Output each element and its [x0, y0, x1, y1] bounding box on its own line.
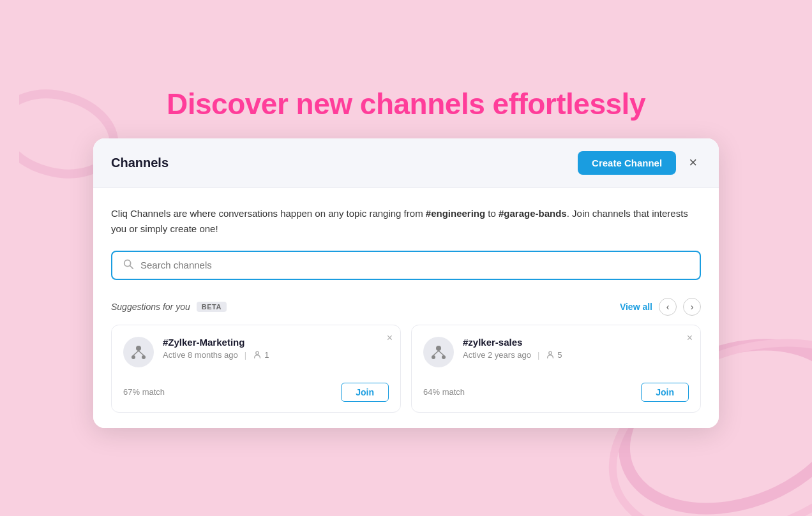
- modal-title: Channels: [111, 156, 169, 170]
- modal-header: Channels Create Channel ×: [93, 138, 719, 188]
- header-actions: Create Channel ×: [578, 151, 701, 175]
- member-info-0: 1: [253, 350, 269, 360]
- channel-meta-0: Active 8 months ago | 1: [163, 350, 389, 360]
- suggestions-label: Suggestions for you: [111, 302, 190, 312]
- match-text-1: 64% match: [423, 387, 465, 397]
- card-close-button-0[interactable]: ×: [387, 333, 393, 343]
- channel-avatar-0: [123, 337, 154, 367]
- beta-badge: BETA: [197, 302, 227, 312]
- suggestions-header: Suggestions for you BETA View all ‹ ›: [111, 298, 701, 316]
- member-count-0: 1: [264, 350, 269, 360]
- channel-meta-1: Active 2 years ago | 5: [463, 350, 689, 360]
- svg-line-14: [433, 351, 439, 355]
- channels-modal: Channels Create Channel × Cliq Channels …: [93, 138, 719, 428]
- suggestions-left: Suggestions for you BETA: [111, 302, 227, 312]
- close-button[interactable]: ×: [685, 154, 701, 171]
- svg-point-11: [436, 346, 441, 351]
- prev-button[interactable]: ‹: [659, 298, 677, 316]
- channel-info-0: #Zylker-Marketing Active 8 months ago |: [163, 337, 389, 360]
- svg-point-10: [256, 351, 259, 354]
- description-text: Cliq Channels are where conversations ha…: [111, 206, 701, 237]
- match-text-0: 67% match: [123, 387, 165, 397]
- channel-avatar-1: [423, 337, 454, 367]
- desc-bold1: #engineering: [426, 208, 485, 219]
- member-info-1: 5: [546, 350, 562, 360]
- svg-point-13: [442, 355, 446, 359]
- svg-line-15: [439, 351, 444, 355]
- page-wrapper: Discover new channels effortlessly Chann…: [0, 88, 812, 428]
- card-top-1: #zylker-sales Active 2 years ago | 5: [423, 337, 689, 367]
- desc-bold2: #garage-bands: [499, 208, 567, 219]
- channel-info-1: #zylker-sales Active 2 years ago | 5: [463, 337, 689, 360]
- next-button[interactable]: ›: [683, 298, 701, 316]
- svg-line-8: [133, 351, 139, 355]
- channel-card-0: × #Zylker-Marketing: [111, 325, 401, 413]
- channel-name-0: #Zylker-Marketing: [163, 337, 389, 348]
- desc-part1: Cliq Channels are where conversations ha…: [111, 208, 426, 219]
- view-all-link[interactable]: View all: [620, 302, 652, 312]
- meta-divider-0: |: [244, 350, 246, 360]
- svg-point-5: [136, 346, 141, 351]
- channel-active-0: Active 8 months ago: [163, 350, 238, 360]
- svg-point-6: [132, 355, 135, 359]
- svg-point-16: [549, 351, 552, 354]
- channel-active-1: Active 2 years ago: [463, 350, 531, 360]
- create-channel-button[interactable]: Create Channel: [578, 151, 676, 175]
- svg-line-4: [130, 265, 133, 269]
- svg-point-12: [432, 355, 435, 359]
- card-close-button-1[interactable]: ×: [687, 333, 693, 343]
- channel-name-1: #zylker-sales: [463, 337, 689, 348]
- suggestions-right: View all ‹ ›: [620, 298, 701, 316]
- search-icon: [123, 258, 134, 272]
- member-count-1: 5: [557, 350, 562, 360]
- svg-line-9: [139, 351, 144, 355]
- join-button-0[interactable]: Join: [341, 383, 389, 402]
- channel-card-1: × #zylker-sales: [411, 325, 701, 413]
- search-input[interactable]: [140, 260, 689, 270]
- meta-divider-1: |: [538, 350, 539, 360]
- modal-body: Cliq Channels are where conversations ha…: [93, 188, 719, 428]
- desc-part2: to: [485, 208, 499, 219]
- channel-cards-row: × #Zylker-Marketing: [111, 325, 701, 413]
- search-bar: [111, 251, 701, 280]
- card-top-0: #Zylker-Marketing Active 8 months ago |: [123, 337, 389, 367]
- card-footer-0: 67% match Join: [123, 383, 389, 402]
- page-headline: Discover new channels effortlessly: [167, 88, 645, 121]
- join-button-1[interactable]: Join: [641, 383, 689, 402]
- card-footer-1: 64% match Join: [423, 383, 689, 402]
- svg-point-7: [142, 355, 146, 359]
